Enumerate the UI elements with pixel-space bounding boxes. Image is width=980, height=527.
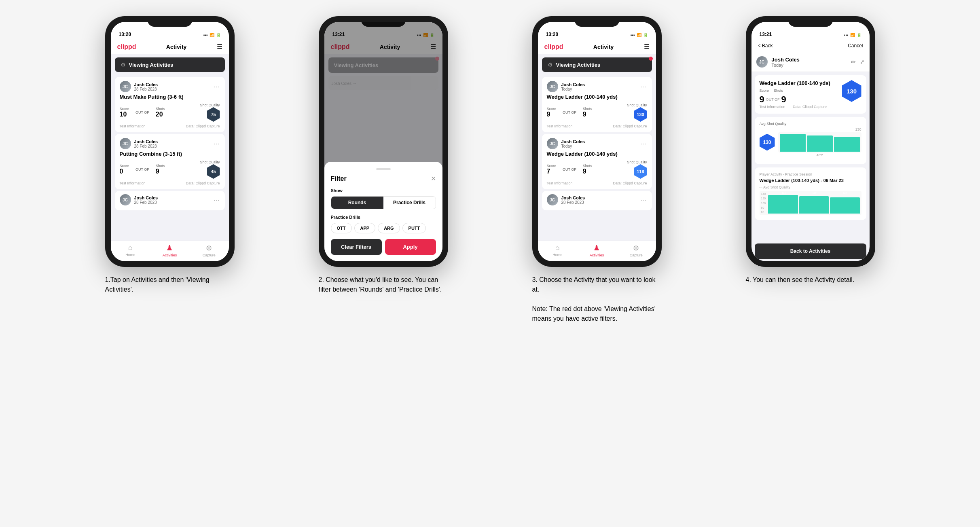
nav-activities-label-3: Activities (590, 253, 604, 257)
chart-y-60: 60 (761, 211, 766, 214)
clear-filters-button-2[interactable]: Clear Filters (331, 239, 382, 255)
card-header-3-1: JC Josh Coles Today ··· (547, 81, 647, 92)
practice-session-title-4: Wedge Ladder (100-140 yds) - 06 Mar 23 (760, 178, 861, 183)
app-logo-1: clippd (117, 43, 136, 51)
status-icons-4: ▪▪▪ 📶 🔋 (844, 33, 861, 37)
phone-2: 13:21 ▪▪▪ 📶 🔋 clippd Activity ☰ Viewing … (319, 16, 448, 267)
phone-screen-3: 13:20 ▪▪▪ 📶 🔋 clippd Activity ☰ ⚙ Vi (538, 22, 656, 261)
avatar-1-1: JC (120, 81, 131, 92)
filter-tab-practice-2[interactable]: Practice Drills (383, 197, 436, 209)
info-right-3-2: Data: Clippd Capture (613, 181, 647, 185)
user-info-3-2: Josh Coles Today (561, 139, 641, 148)
mini-bar-2-4 (799, 196, 829, 214)
avatar-3-1: JC (547, 81, 558, 92)
apply-button-2[interactable]: Apply (385, 239, 436, 255)
cancel-button-4[interactable]: Cancel (848, 43, 863, 49)
activity-name-3-1: Wedge Ladder (100-140 yds) (547, 94, 647, 100)
activity-card-1-1[interactable]: JC Josh Coles 28 Feb 2023 ··· Must Make … (115, 77, 225, 132)
score-value-3-2: 7 (547, 168, 550, 175)
filter-pill-arg-2[interactable]: ARG (378, 223, 400, 233)
user-date-3-3: 28 Feb 2023 (561, 200, 641, 205)
filter-pill-putt-2[interactable]: PUTT (402, 223, 426, 233)
score-stat-3-2: Score 7 (547, 164, 557, 175)
activity-name-1-1: Must Make Putting (3-6 ft) (120, 94, 220, 100)
bar-val-2-4: 129 (800, 192, 829, 194)
quality-label-1-1: Shot Quality (200, 103, 220, 107)
caption-1: 1.Tap on Activities and then 'Viewing Ac… (105, 275, 235, 294)
filter-pill-ott-2[interactable]: OTT (331, 223, 352, 233)
activity-card-1-3[interactable]: JC Josh Coles 28 Feb 2023 ··· (115, 191, 225, 210)
filter-tab-rounds-2[interactable]: Rounds (331, 197, 383, 209)
filter-modal-2: Filter ✕ Show Rounds Practice Drills Pra… (324, 162, 442, 261)
viewing-banner-1[interactable]: ⚙ Viewing Activities (115, 57, 225, 72)
more-icon-1-1[interactable]: ··· (214, 83, 220, 90)
nav-home-3[interactable]: ⌂ Home (538, 243, 577, 257)
battery-icon-3: 🔋 (643, 33, 648, 37)
activity-card-3-3[interactable]: JC Josh Coles 28 Feb 2023 ··· (542, 191, 652, 210)
filter-pill-app-2[interactable]: APP (354, 223, 376, 233)
bottom-nav-1: ⌂ Home ♟ Activities ⊕ Capture (111, 241, 229, 261)
practice-session-card-4: Player Activity · Practice Session Wedge… (755, 167, 866, 220)
more-icon-3-2[interactable]: ··· (641, 140, 647, 147)
caption-2: 2. Choose what you'd like to see. You ca… (319, 275, 448, 294)
filter-overlay-2: Filter ✕ Show Rounds Practice Drills Pra… (324, 22, 442, 261)
more-icon-1-2[interactable]: ··· (214, 140, 220, 147)
nav-home-label-1: Home (125, 253, 135, 257)
shots-label-3-2: Shots (583, 164, 592, 168)
bar-val-3-4: 124 (830, 192, 860, 194)
score-value-1-1: 10 (120, 111, 127, 118)
more-icon-3-3[interactable]: ··· (641, 197, 647, 203)
avg-sq-card-4: Avg Shot Quality 130 130 (755, 117, 866, 164)
detail-user-name-4: Josh Coles (772, 57, 800, 63)
score-value-1-2: 0 (120, 168, 123, 175)
activity-card-3-1[interactable]: JC Josh Coles Today ··· Wedge Ladder (10… (542, 77, 652, 132)
user-date-1-1: 28 Feb 2023 (134, 87, 214, 91)
expand-icon-4[interactable]: ⤢ (860, 59, 865, 65)
menu-icon-3[interactable]: ☰ (644, 43, 650, 51)
shots-value-1-2: 9 (156, 168, 159, 175)
wifi-icon-4: 📶 (850, 33, 855, 37)
mini-bar-3-4 (830, 197, 859, 214)
cards-container-1: JC Josh Coles 28 Feb 2023 ··· Must Make … (111, 75, 229, 241)
score-label-3-1: Score (547, 107, 557, 111)
chart-bar-3-4 (834, 137, 860, 152)
home-icon-3: ⌂ (555, 243, 560, 252)
nav-activities-3[interactable]: ♟ Activities (577, 243, 616, 257)
viewing-banner-3[interactable]: ⚙ Viewing Activities (542, 57, 652, 72)
more-icon-3-1[interactable]: ··· (641, 83, 647, 90)
activity-card-3-2[interactable]: JC Josh Coles Today ··· Wedge Ladder (10… (542, 134, 652, 189)
avatar-1-3: JC (120, 194, 131, 205)
back-button-4[interactable]: < Back (758, 43, 773, 49)
user-info-1-2: Josh Coles 28 Feb 2023 (134, 139, 214, 148)
caption-3: 3. Choose the Activity that you want to … (532, 275, 662, 324)
stats-row-3-2: Score 7 OUT OF Shots 9 Shot Quality (547, 160, 647, 179)
avatar-4: JC (756, 56, 768, 68)
chart-bar-2-4 (807, 135, 833, 152)
nav-activities-1[interactable]: ♟ Activities (150, 243, 189, 257)
shots-label-3-1: Shots (583, 107, 592, 111)
back-to-activities-4[interactable]: Back to Activities (755, 243, 866, 259)
filter-header-2: Filter ✕ (331, 175, 436, 182)
detail-user-info-4: Josh Coles Today (772, 57, 800, 68)
filter-close-icon-2[interactable]: ✕ (431, 175, 436, 182)
out-of-1-2: OUT OF (135, 167, 149, 171)
nav-capture-1[interactable]: ⊕ Capture (189, 243, 229, 257)
stats-row-1-1: Score 10 OUT OF Shots 20 Shot Quality (120, 103, 220, 122)
banner-text-1: Viewing Activities (129, 62, 174, 68)
card-header-3-2: JC Josh Coles Today ··· (547, 138, 647, 149)
quality-badge-1-2: 45 (207, 164, 220, 179)
signal-icon-3: ▪▪▪ (631, 33, 635, 37)
more-icon-1-3[interactable]: ··· (214, 197, 220, 203)
menu-icon-1[interactable]: ☰ (217, 43, 222, 51)
edit-icon-4[interactable]: ✏ (851, 59, 856, 65)
phone-block-4: 13:21 ▪▪▪ 📶 🔋 < Back Cancel JC Jo (709, 16, 912, 285)
home-icon-1: ⌂ (128, 243, 133, 252)
nav-capture-3[interactable]: ⊕ Capture (616, 243, 656, 257)
phone-3: 13:20 ▪▪▪ 📶 🔋 clippd Activity ☰ ⚙ Vi (532, 16, 662, 267)
info-right-1-2: Data: Clippd Capture (186, 181, 220, 185)
user-date-1-3: 28 Feb 2023 (134, 200, 214, 205)
data-label-4: Data: Clippd Capture (793, 105, 827, 109)
activity-card-1-2[interactable]: JC Josh Coles 28 Feb 2023 ··· Putting Co… (115, 134, 225, 189)
nav-home-1[interactable]: ⌂ Home (111, 243, 150, 257)
bar-val-1-4: 132 (769, 192, 799, 194)
